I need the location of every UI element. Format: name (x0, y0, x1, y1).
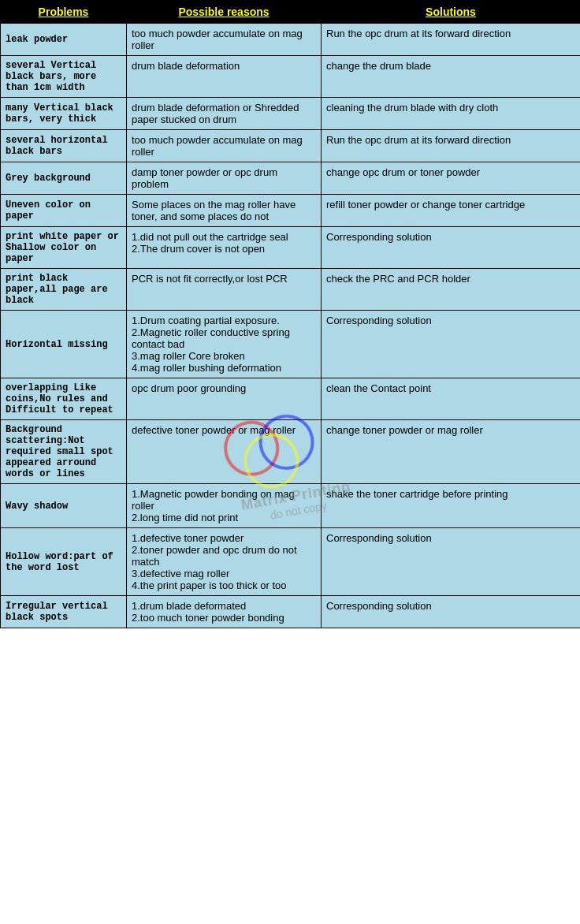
cell-reason: drum blade deformation or Shredded paper… (127, 98, 322, 130)
cell-solution: check the PRC and PCR holder (322, 269, 581, 311)
cell-solution: clean the Contact point (322, 378, 581, 420)
table-row: many Vertical black bars, very thickdrum… (1, 98, 581, 130)
cell-solution: change the drum blade (322, 56, 581, 98)
cell-reason: opc drum poor grounding (127, 378, 322, 420)
table-row: leak powdertoo much powder accumulate on… (1, 24, 581, 56)
cell-solution: Corresponding solution (322, 311, 581, 378)
cell-problem: print black paper,all page are black (1, 269, 127, 311)
cell-problem: many Vertical black bars, very thick (1, 98, 127, 130)
table-row: Background scattering:Not required small… (1, 420, 581, 484)
table-row: Uneven color on paperSome places on the … (1, 195, 581, 227)
cell-problem: Background scattering:Not required small… (1, 420, 127, 484)
cell-reason: 1.did not pull out the cartridge seal2.T… (127, 227, 322, 269)
cell-solution: refill toner powder or change toner cart… (322, 195, 581, 227)
cell-reason: 1.Magnetic powder bonding on mag roller2… (127, 484, 322, 528)
cell-reason: 1.defective toner powder2.toner powder a… (127, 528, 322, 596)
cell-problem: print white paper or Shallow color on pa… (1, 227, 127, 269)
cell-problem: Horizontal missing (1, 311, 127, 378)
cell-reason: 1.Drum coating partial exposure.2.Magnet… (127, 311, 322, 378)
table-row: several Vertical black bars, more than 1… (1, 56, 581, 98)
cell-solution: change opc drum or toner powder (322, 162, 581, 195)
cell-reason: too much powder accumulate on mag roller (127, 130, 322, 162)
cell-solution: shake the toner cartridge before printin… (322, 484, 581, 528)
cell-solution: Run the opc drum at its forward directio… (322, 24, 581, 56)
table-row: Grey backgrounddamp toner powder or opc … (1, 162, 581, 195)
cell-reason: PCR is not fit correctly,or lost PCR (127, 269, 322, 311)
table-row: Horizontal missing1.Drum coating partial… (1, 311, 581, 378)
cell-problem: Irregular vertical black spots (1, 596, 127, 628)
table-row: overlapping Like coins,No rules and Diff… (1, 378, 581, 420)
cell-solution: Run the opc drum at its forward directio… (322, 130, 581, 162)
cell-problem: Wavy shadow (1, 484, 127, 528)
table-row: Irregular vertical black spots1.drum bla… (1, 596, 581, 628)
cell-reason: drum blade deformation (127, 56, 322, 98)
cell-solution: change toner powder or mag roller (322, 420, 581, 484)
table-row: print white paper or Shallow color on pa… (1, 227, 581, 269)
table-row: several horizontal black barstoo much po… (1, 130, 581, 162)
cell-reason: 1.drum blade deformated2.too much toner … (127, 596, 322, 628)
cell-solution: Corresponding solution (322, 227, 581, 269)
cell-problem: Uneven color on paper (1, 195, 127, 227)
cell-reason: defective toner powder or mag roller (127, 420, 322, 484)
cell-reason: Some places on the mag roller have toner… (127, 195, 322, 227)
cell-problem: Hollow word:part of the word lost (1, 528, 127, 596)
cell-reason: too much powder accumulate on mag roller (127, 24, 322, 56)
main-table: Problems Possible reasons Solutions leak… (0, 0, 580, 628)
header-problems: Problems (1, 1, 127, 24)
cell-reason: damp toner powder or opc drum problem (127, 162, 322, 195)
cell-problem: several horizontal black bars (1, 130, 127, 162)
table-header-row: Problems Possible reasons Solutions (1, 1, 581, 24)
table-row: Wavy shadow1.Magnetic powder bonding on … (1, 484, 581, 528)
table-row: Hollow word:part of the word lost1.defec… (1, 528, 581, 596)
cell-solution: Corresponding solution (322, 596, 581, 628)
cell-problem: leak powder (1, 24, 127, 56)
cell-problem: several Vertical black bars, more than 1… (1, 56, 127, 98)
header-reasons: Possible reasons (127, 1, 322, 24)
cell-solution: cleaning the drum blade with dry cloth (322, 98, 581, 130)
header-solutions: Solutions (322, 1, 581, 24)
cell-problem: overlapping Like coins,No rules and Diff… (1, 378, 127, 420)
cell-solution: Corresponding solution (322, 528, 581, 596)
cell-problem: Grey background (1, 162, 127, 195)
table-row: print black paper,all page are blackPCR … (1, 269, 581, 311)
